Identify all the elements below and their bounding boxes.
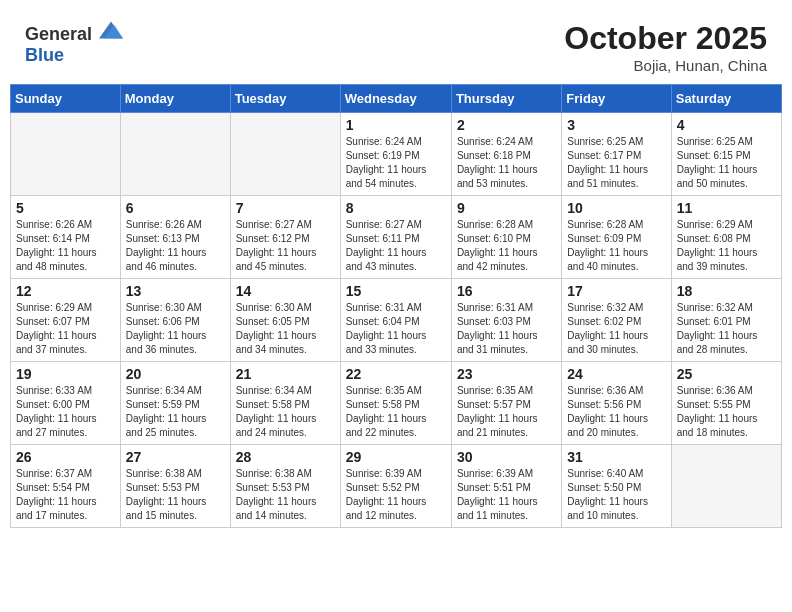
calendar-cell: 17Sunrise: 6:32 AMSunset: 6:02 PMDayligh…	[562, 279, 671, 362]
calendar-cell: 8Sunrise: 6:27 AMSunset: 6:11 PMDaylight…	[340, 196, 451, 279]
day-info: Sunrise: 6:25 AMSunset: 6:17 PMDaylight:…	[567, 135, 665, 191]
day-number: 29	[346, 449, 446, 465]
logo-text: General Blue	[25, 20, 123, 66]
calendar-week-row: 19Sunrise: 6:33 AMSunset: 6:00 PMDayligh…	[11, 362, 782, 445]
day-info: Sunrise: 6:35 AMSunset: 5:58 PMDaylight:…	[346, 384, 446, 440]
day-number: 24	[567, 366, 665, 382]
day-info: Sunrise: 6:34 AMSunset: 5:58 PMDaylight:…	[236, 384, 335, 440]
title-block: October 2025 Bojia, Hunan, China	[564, 20, 767, 74]
day-info: Sunrise: 6:37 AMSunset: 5:54 PMDaylight:…	[16, 467, 115, 523]
calendar-cell: 9Sunrise: 6:28 AMSunset: 6:10 PMDaylight…	[451, 196, 561, 279]
calendar-cell: 13Sunrise: 6:30 AMSunset: 6:06 PMDayligh…	[120, 279, 230, 362]
day-number: 17	[567, 283, 665, 299]
day-number: 1	[346, 117, 446, 133]
day-info: Sunrise: 6:31 AMSunset: 6:04 PMDaylight:…	[346, 301, 446, 357]
day-number: 13	[126, 283, 225, 299]
location: Bojia, Hunan, China	[564, 57, 767, 74]
calendar-cell	[11, 113, 121, 196]
calendar-cell: 19Sunrise: 6:33 AMSunset: 6:00 PMDayligh…	[11, 362, 121, 445]
page-header: General Blue October 2025 Bojia, Hunan, …	[10, 10, 782, 79]
day-info: Sunrise: 6:29 AMSunset: 6:08 PMDaylight:…	[677, 218, 776, 274]
calendar-cell: 31Sunrise: 6:40 AMSunset: 5:50 PMDayligh…	[562, 445, 671, 528]
day-number: 19	[16, 366, 115, 382]
day-info: Sunrise: 6:31 AMSunset: 6:03 PMDaylight:…	[457, 301, 556, 357]
logo-blue: Blue	[25, 45, 64, 65]
calendar-cell: 25Sunrise: 6:36 AMSunset: 5:55 PMDayligh…	[671, 362, 781, 445]
weekday-header: Tuesday	[230, 85, 340, 113]
calendar-cell: 5Sunrise: 6:26 AMSunset: 6:14 PMDaylight…	[11, 196, 121, 279]
day-info: Sunrise: 6:26 AMSunset: 6:13 PMDaylight:…	[126, 218, 225, 274]
weekday-header: Sunday	[11, 85, 121, 113]
calendar-cell: 6Sunrise: 6:26 AMSunset: 6:13 PMDaylight…	[120, 196, 230, 279]
calendar-cell: 12Sunrise: 6:29 AMSunset: 6:07 PMDayligh…	[11, 279, 121, 362]
calendar-cell: 22Sunrise: 6:35 AMSunset: 5:58 PMDayligh…	[340, 362, 451, 445]
day-info: Sunrise: 6:33 AMSunset: 6:00 PMDaylight:…	[16, 384, 115, 440]
calendar-cell: 7Sunrise: 6:27 AMSunset: 6:12 PMDaylight…	[230, 196, 340, 279]
day-number: 7	[236, 200, 335, 216]
calendar-week-row: 1Sunrise: 6:24 AMSunset: 6:19 PMDaylight…	[11, 113, 782, 196]
day-number: 2	[457, 117, 556, 133]
day-info: Sunrise: 6:27 AMSunset: 6:11 PMDaylight:…	[346, 218, 446, 274]
day-number: 23	[457, 366, 556, 382]
day-number: 28	[236, 449, 335, 465]
calendar-cell: 18Sunrise: 6:32 AMSunset: 6:01 PMDayligh…	[671, 279, 781, 362]
calendar-week-row: 26Sunrise: 6:37 AMSunset: 5:54 PMDayligh…	[11, 445, 782, 528]
day-info: Sunrise: 6:30 AMSunset: 6:05 PMDaylight:…	[236, 301, 335, 357]
day-info: Sunrise: 6:40 AMSunset: 5:50 PMDaylight:…	[567, 467, 665, 523]
day-info: Sunrise: 6:39 AMSunset: 5:52 PMDaylight:…	[346, 467, 446, 523]
calendar-cell: 27Sunrise: 6:38 AMSunset: 5:53 PMDayligh…	[120, 445, 230, 528]
calendar-cell: 30Sunrise: 6:39 AMSunset: 5:51 PMDayligh…	[451, 445, 561, 528]
calendar-cell: 23Sunrise: 6:35 AMSunset: 5:57 PMDayligh…	[451, 362, 561, 445]
day-number: 22	[346, 366, 446, 382]
day-number: 27	[126, 449, 225, 465]
calendar-cell: 24Sunrise: 6:36 AMSunset: 5:56 PMDayligh…	[562, 362, 671, 445]
weekday-header: Thursday	[451, 85, 561, 113]
day-number: 12	[16, 283, 115, 299]
day-info: Sunrise: 6:32 AMSunset: 6:02 PMDaylight:…	[567, 301, 665, 357]
day-info: Sunrise: 6:29 AMSunset: 6:07 PMDaylight:…	[16, 301, 115, 357]
day-number: 4	[677, 117, 776, 133]
calendar-cell	[671, 445, 781, 528]
day-number: 15	[346, 283, 446, 299]
calendar-cell	[120, 113, 230, 196]
day-number: 30	[457, 449, 556, 465]
day-info: Sunrise: 6:34 AMSunset: 5:59 PMDaylight:…	[126, 384, 225, 440]
day-number: 10	[567, 200, 665, 216]
day-info: Sunrise: 6:39 AMSunset: 5:51 PMDaylight:…	[457, 467, 556, 523]
day-number: 20	[126, 366, 225, 382]
calendar-cell: 16Sunrise: 6:31 AMSunset: 6:03 PMDayligh…	[451, 279, 561, 362]
month-title: October 2025	[564, 20, 767, 57]
calendar-cell: 21Sunrise: 6:34 AMSunset: 5:58 PMDayligh…	[230, 362, 340, 445]
day-number: 11	[677, 200, 776, 216]
weekday-header: Monday	[120, 85, 230, 113]
day-number: 18	[677, 283, 776, 299]
calendar-cell: 2Sunrise: 6:24 AMSunset: 6:18 PMDaylight…	[451, 113, 561, 196]
day-number: 16	[457, 283, 556, 299]
day-info: Sunrise: 6:32 AMSunset: 6:01 PMDaylight:…	[677, 301, 776, 357]
weekday-header: Wednesday	[340, 85, 451, 113]
calendar-cell: 15Sunrise: 6:31 AMSunset: 6:04 PMDayligh…	[340, 279, 451, 362]
calendar-week-row: 12Sunrise: 6:29 AMSunset: 6:07 PMDayligh…	[11, 279, 782, 362]
calendar-cell: 1Sunrise: 6:24 AMSunset: 6:19 PMDaylight…	[340, 113, 451, 196]
weekday-header: Friday	[562, 85, 671, 113]
day-info: Sunrise: 6:25 AMSunset: 6:15 PMDaylight:…	[677, 135, 776, 191]
calendar-cell: 10Sunrise: 6:28 AMSunset: 6:09 PMDayligh…	[562, 196, 671, 279]
logo-general: General	[25, 24, 92, 44]
calendar-cell: 11Sunrise: 6:29 AMSunset: 6:08 PMDayligh…	[671, 196, 781, 279]
calendar-cell: 29Sunrise: 6:39 AMSunset: 5:52 PMDayligh…	[340, 445, 451, 528]
day-number: 21	[236, 366, 335, 382]
calendar-cell: 28Sunrise: 6:38 AMSunset: 5:53 PMDayligh…	[230, 445, 340, 528]
calendar-cell: 26Sunrise: 6:37 AMSunset: 5:54 PMDayligh…	[11, 445, 121, 528]
day-info: Sunrise: 6:38 AMSunset: 5:53 PMDaylight:…	[126, 467, 225, 523]
day-number: 31	[567, 449, 665, 465]
calendar-cell: 4Sunrise: 6:25 AMSunset: 6:15 PMDaylight…	[671, 113, 781, 196]
calendar-cell: 3Sunrise: 6:25 AMSunset: 6:17 PMDaylight…	[562, 113, 671, 196]
day-info: Sunrise: 6:36 AMSunset: 5:56 PMDaylight:…	[567, 384, 665, 440]
day-info: Sunrise: 6:28 AMSunset: 6:09 PMDaylight:…	[567, 218, 665, 274]
calendar-cell: 20Sunrise: 6:34 AMSunset: 5:59 PMDayligh…	[120, 362, 230, 445]
day-info: Sunrise: 6:35 AMSunset: 5:57 PMDaylight:…	[457, 384, 556, 440]
day-info: Sunrise: 6:24 AMSunset: 6:18 PMDaylight:…	[457, 135, 556, 191]
day-info: Sunrise: 6:24 AMSunset: 6:19 PMDaylight:…	[346, 135, 446, 191]
calendar-cell: 14Sunrise: 6:30 AMSunset: 6:05 PMDayligh…	[230, 279, 340, 362]
day-info: Sunrise: 6:38 AMSunset: 5:53 PMDaylight:…	[236, 467, 335, 523]
